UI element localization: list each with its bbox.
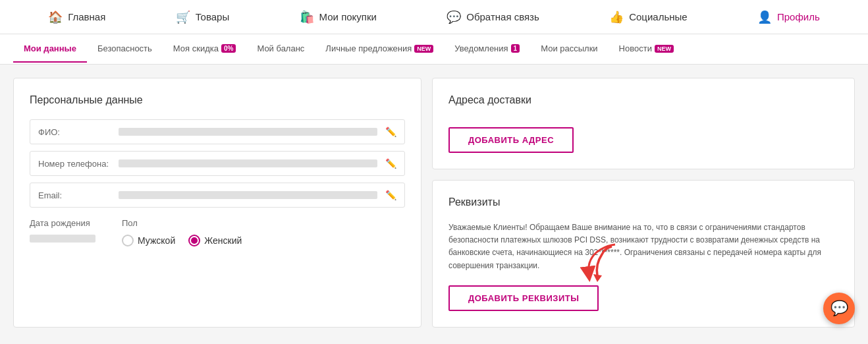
nav-feedback[interactable]: 💬 Обратная связь — [447, 10, 539, 24]
birth-section: Дата рождения — [30, 218, 95, 243]
top-navigation: 🏠 Главная 🛒 Товары 🛍️ Мои покупки 💬 Обра… — [0, 0, 868, 34]
main-content: Персональные данные ФИО: ✏️ Номер телефо… — [0, 65, 868, 341]
nav-profile-label: Профиль — [777, 11, 820, 22]
feedback-icon: 💬 — [447, 10, 461, 24]
delivery-section-title: Адреса доставки — [448, 94, 838, 106]
cart-icon: 🛒 — [176, 10, 190, 24]
gender-options: Мужской Женский — [122, 235, 242, 246]
subnav-offers[interactable]: Личные предложения NEW — [315, 36, 444, 63]
add-requisites-button[interactable]: ДОБАВИТЬ РЕКВИЗИТЫ — [448, 285, 599, 311]
birth-value — [30, 235, 95, 243]
subnav-security[interactable]: Безопасность — [87, 36, 163, 63]
birth-label: Дата рождения — [30, 218, 95, 228]
email-label: Email: — [38, 190, 111, 200]
phone-field-row: Номер телефона: ✏️ — [30, 151, 405, 176]
subnav-notifications[interactable]: Уведомления 1 — [444, 36, 530, 63]
right-panel: Адреса доставки ДОБАВИТЬ АДРЕС Реквизиты… — [432, 78, 855, 328]
chat-icon: 💬 — [830, 300, 848, 317]
requisites-section-title: Реквизиты — [448, 196, 838, 208]
birth-gender-section: Дата рождения Пол Мужской Женский — [30, 218, 405, 246]
delivery-card: Адреса доставки ДОБАВИТЬ АДРЕС — [432, 78, 855, 169]
notifications-badge: 1 — [511, 44, 520, 53]
home-icon: 🏠 — [48, 10, 63, 24]
gender-section: Пол Мужской Женский — [122, 218, 242, 246]
add-address-button[interactable]: ДОБАВИТЬ АДРЕС — [448, 127, 574, 153]
subnav-mydata[interactable]: Мои данные — [13, 36, 87, 63]
arrow-icon — [579, 241, 625, 284]
requisites-text: Уважаемые Клиенты! Обращаем Ваше внимани… — [448, 221, 838, 272]
gender-male-radio[interactable] — [122, 235, 134, 246]
social-icon: 👍 — [609, 10, 624, 24]
fio-field-row: ФИО: ✏️ — [30, 119, 405, 144]
nav-social-label: Социальные — [629, 11, 687, 22]
fio-label: ФИО: — [38, 127, 111, 137]
discount-badge: 0% — [221, 44, 236, 53]
email-field-row: Email: ✏️ — [30, 183, 405, 208]
offers-badge: NEW — [414, 45, 433, 53]
gender-female-option[interactable]: Женский — [188, 235, 242, 246]
nav-home[interactable]: 🏠 Главная — [48, 10, 105, 24]
fio-value — [119, 128, 377, 136]
requisites-card: Реквизиты Уважаемые Клиенты! Обращаем Ва… — [432, 180, 855, 328]
subnav-news[interactable]: Новости NEW — [609, 36, 684, 63]
gender-male-option[interactable]: Мужской — [122, 235, 175, 246]
bag-icon: 🛍️ — [300, 10, 314, 24]
nav-purchases-label: Мои покупки — [319, 11, 377, 22]
nav-profile[interactable]: 👤 Профиль — [757, 10, 820, 24]
fio-edit-icon[interactable]: ✏️ — [385, 127, 396, 137]
news-badge: NEW — [655, 45, 674, 53]
requisites-button-container: ДОБАВИТЬ РЕКВИЗИТЫ — [448, 277, 599, 311]
nav-goods-label: Товары — [196, 11, 230, 22]
subnav-discount[interactable]: Моя скидка 0% — [163, 36, 247, 63]
gender-female-radio[interactable] — [188, 235, 200, 246]
personal-section-title: Персональные данные — [30, 94, 405, 106]
nav-social[interactable]: 👍 Социальные — [609, 10, 687, 24]
email-edit-icon[interactable]: ✏️ — [385, 190, 396, 200]
gender-label: Пол — [122, 218, 242, 228]
nav-feedback-label: Обратная связь — [466, 11, 539, 22]
gender-female-label: Женский — [204, 235, 242, 246]
email-value — [119, 191, 377, 199]
nav-purchases[interactable]: 🛍️ Мои покупки — [300, 10, 377, 24]
phone-edit-icon[interactable]: ✏️ — [385, 158, 396, 169]
phone-value — [119, 159, 377, 167]
personal-data-panel: Персональные данные ФИО: ✏️ Номер телефо… — [13, 78, 421, 328]
gender-male-label: Мужской — [138, 235, 175, 246]
subnav-balance[interactable]: Мой баланс — [246, 36, 315, 63]
sub-navigation: Мои данные Безопасность Моя скидка 0% Мо… — [0, 34, 868, 65]
phone-label: Номер телефона: — [38, 159, 111, 169]
nav-goods[interactable]: 🛒 Товары — [176, 10, 230, 24]
subnav-mailings[interactable]: Мои рассылки — [530, 36, 608, 63]
svg-marker-0 — [593, 274, 602, 282]
nav-home-label: Главная — [68, 11, 105, 22]
profile-icon: 👤 — [757, 10, 772, 24]
chat-button[interactable]: 💬 — [823, 293, 855, 324]
